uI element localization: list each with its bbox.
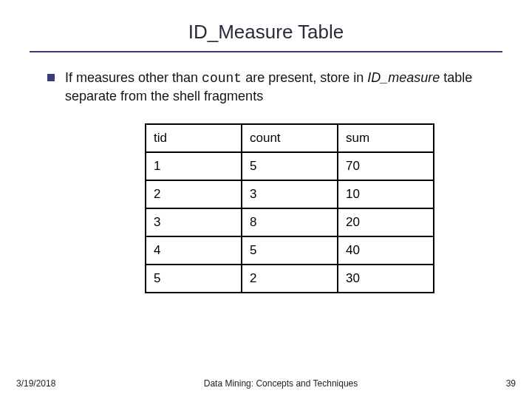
table-header-row: tid count sum xyxy=(146,124,434,152)
footer-center: Data Mining: Concepts and Techniques xyxy=(55,378,505,389)
id-measure-table: tid count sum 1 5 70 2 3 10 3 8 20 xyxy=(145,123,434,293)
cell: 20 xyxy=(338,208,434,236)
table-row: 5 2 30 xyxy=(146,265,434,293)
bullet-mid: are present, store in xyxy=(242,70,367,85)
cell: 30 xyxy=(338,265,434,293)
footer: 3/19/2018 Data Mining: Concepts and Tech… xyxy=(0,378,532,389)
cell: 3 xyxy=(146,208,242,236)
bullet-em: ID_measure xyxy=(367,70,440,85)
table-row: 3 8 20 xyxy=(146,208,434,236)
cell: 2 xyxy=(146,180,242,208)
col-header-count: count xyxy=(242,124,338,152)
bullet-code: count xyxy=(202,71,242,86)
square-bullet-icon xyxy=(47,74,55,81)
table-row: 1 5 70 xyxy=(146,152,434,180)
bullet-pre: If measures other than xyxy=(65,70,202,85)
table-row: 2 3 10 xyxy=(146,180,434,208)
col-header-sum: sum xyxy=(338,124,434,152)
cell: 5 xyxy=(242,152,338,180)
bullet-text: If measures other than count are present… xyxy=(65,69,502,106)
cell: 3 xyxy=(242,180,338,208)
body: If measures other than count are present… xyxy=(30,69,502,293)
table-wrap: tid count sum 1 5 70 2 3 10 3 8 20 xyxy=(145,123,502,293)
table-row: 4 5 40 xyxy=(146,236,434,265)
slide: ID_Measure Table If measures other than … xyxy=(0,0,532,399)
cell: 5 xyxy=(242,236,338,265)
bullet-item: If measures other than count are present… xyxy=(47,69,502,106)
cell: 4 xyxy=(146,236,242,265)
footer-date: 3/19/2018 xyxy=(16,378,55,389)
col-header-tid: tid xyxy=(146,124,242,152)
page-title: ID_Measure Table xyxy=(30,21,502,44)
cell: 2 xyxy=(242,265,338,293)
cell: 70 xyxy=(338,152,434,180)
cell: 5 xyxy=(146,265,242,293)
cell: 1 xyxy=(146,152,242,180)
cell: 10 xyxy=(338,180,434,208)
title-divider xyxy=(30,51,502,52)
cell: 8 xyxy=(242,208,338,236)
footer-page: 39 xyxy=(506,378,516,389)
cell: 40 xyxy=(338,236,434,265)
